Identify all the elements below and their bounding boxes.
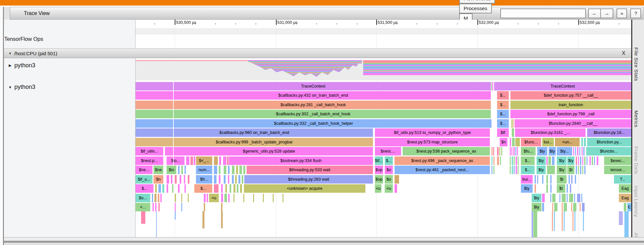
trace-event-sliver[interactable] — [513, 147, 515, 155]
trace-event-sliver[interactable] — [167, 184, 168, 193]
trace-event-sliver[interactable] — [175, 175, 177, 184]
trace-event-bar[interactable]: bui... — [542, 138, 554, 146]
trace-event-sliver[interactable] — [214, 166, 217, 174]
trace-event-sliver[interactable] — [512, 156, 513, 165]
trace-event-sliver[interactable] — [185, 184, 186, 193]
trace-event-bar[interactable]: <... — [136, 203, 150, 211]
trace-event-bar[interactable]: $nest.... — [375, 147, 401, 155]
trace-event-sliver[interactable] — [202, 211, 204, 228]
trace-event-sliver[interactable] — [515, 138, 520, 146]
trace-event-sliver[interactable] — [232, 175, 234, 184]
trace-event-bar[interactable]: $callbacks.py:332 _call_batch_hook_helpe… — [136, 119, 491, 128]
trace-event-bar[interactable]: $... — [521, 156, 535, 165]
trace-event-bar[interactable]: $tf_u... — [136, 175, 153, 184]
trace-event-sliver[interactable] — [181, 203, 182, 211]
trace-event-bar[interactable]: $ty... — [557, 147, 572, 155]
trace-event-bar[interactable]: $callbacks.py:999 _batch_update_progbar — [136, 138, 373, 146]
trace-event-sliver[interactable] — [243, 194, 244, 202]
trace-event-sliver[interactable] — [233, 184, 235, 193]
trace-event-sliver[interactable] — [167, 175, 169, 184]
collapse-caret-icon[interactable]: ▼ — [6, 85, 14, 89]
trace-event-sliver[interactable] — [582, 166, 583, 174]
trace-event-bar[interactable]: $nest.py:536 pack_sequence_as — [403, 147, 490, 155]
trace-event-sliver[interactable] — [225, 184, 227, 193]
trace-event-sliver[interactable] — [228, 194, 230, 202]
trace-event-bar[interactable]: $... — [497, 91, 509, 100]
trace-event-sliver[interactable] — [562, 194, 566, 202]
trace-event-bar[interactable]: $ty — [557, 166, 567, 174]
trace-event-bar[interactable]: $functio... — [586, 147, 631, 155]
thread-row-python3-expanded[interactable]: ▼ python3 — [6, 84, 35, 90]
trace-event-sliver[interactable] — [501, 147, 502, 155]
trace-event-bar[interactable]: $threading.py:533 wait — [247, 166, 373, 174]
trace-event-sliver[interactable] — [207, 194, 208, 202]
trace-event-bar[interactable]: $t — [557, 184, 565, 193]
trace-event-bar[interactable]: $nest.py:573 map_structure — [375, 138, 490, 146]
trace-event-sliver[interactable] — [554, 211, 555, 231]
trace-event-sliver[interactable] — [492, 82, 493, 90]
trace-event-sliver[interactable] — [624, 203, 626, 211]
trace-event-bar[interactable]: $o... — [136, 194, 150, 202]
trace-event-sliver[interactable] — [175, 194, 176, 202]
trace-event-bar[interactable]: $ty — [567, 156, 574, 165]
trace-event-sliver[interactable] — [235, 175, 237, 184]
trace-event-bar[interactable]: $... — [385, 156, 393, 165]
trace-event-sliver[interactable] — [518, 166, 519, 174]
trace-event-bar[interactable]: $... — [521, 166, 535, 174]
trace-event-bar[interactable]: $callbacks.py:302 _call_batch_end_hook — [136, 110, 491, 118]
trace-event-bar[interactable]: $ne — [153, 166, 163, 174]
trace-event-sliver[interactable] — [567, 184, 568, 193]
trace-event-sliver[interactable] — [584, 138, 586, 146]
device-header-row[interactable]: ▾ /host:CPU (pid 501) X — [4, 48, 631, 58]
trace-event-bar[interactable]: tensor... — [604, 166, 631, 174]
trace-event-sliver[interactable] — [575, 175, 576, 184]
trace-event-sliver[interactable] — [188, 175, 189, 184]
trace-event-sliver[interactable] — [204, 203, 205, 211]
trace-event-sliver[interactable] — [580, 166, 581, 174]
trace-event-bar[interactable]: $... — [497, 101, 509, 109]
trace-event-bar[interactable]: $ty — [537, 156, 546, 165]
help-button[interactable]: ? — [630, 8, 641, 18]
trace-event-sliver[interactable] — [582, 147, 583, 155]
trace-event-sliver[interactable] — [240, 184, 242, 193]
trace-event-sliver[interactable] — [578, 166, 579, 174]
trace-event-sliver[interactable] — [537, 175, 538, 184]
trace-event-sliver[interactable] — [510, 156, 511, 165]
trace-event-sliver[interactable] — [535, 175, 536, 184]
trace-event-sliver[interactable] — [567, 194, 568, 202]
trace-event-sliver[interactable] — [175, 203, 176, 211]
trace-event-sliver[interactable] — [282, 194, 283, 202]
trace-event-sliver[interactable] — [178, 184, 180, 193]
trace-event-sliver[interactable] — [583, 147, 585, 155]
trace-event-sliver[interactable] — [582, 156, 583, 165]
trace-event-sliver[interactable] — [574, 211, 575, 231]
trace-event-bar[interactable]: $function.py... — [587, 138, 631, 146]
trace-event-sliver[interactable] — [512, 138, 515, 146]
trace-event-sliver[interactable] — [155, 203, 156, 211]
trace-event-sliver[interactable] — [171, 175, 172, 184]
trace-event-sliver[interactable] — [582, 203, 585, 211]
trace-event-sliver[interactable] — [552, 211, 553, 231]
trace-event-sliver[interactable] — [152, 194, 153, 202]
trace-event-bar[interactable]: Eag — [619, 194, 631, 202]
trace-event-bar[interactable]: $tf_utils... — [136, 147, 163, 155]
trace-event-sliver[interactable] — [542, 194, 545, 202]
trace-event-sliver[interactable] — [542, 175, 543, 184]
trace-event-sliver[interactable] — [579, 147, 580, 155]
trace-event-bar[interactable]: <unknown> acquire — [244, 184, 365, 193]
trace-event-sliver[interactable] — [493, 147, 494, 155]
trace-event-sliver[interactable] — [156, 211, 157, 237]
trace-event-sliver[interactable] — [194, 156, 195, 165]
trace-event-bar[interactable]: $<_... — [196, 156, 212, 165]
trace-event-sliver[interactable] — [242, 175, 243, 184]
trace-event-sliver[interactable] — [273, 194, 274, 202]
trace-event-bar[interactable]: $exec... — [604, 156, 631, 165]
trace-event-sliver[interactable] — [253, 194, 254, 202]
trace-event-sliver[interactable] — [155, 184, 157, 193]
trace-event-sliver[interactable] — [224, 194, 227, 202]
trace-event-sliver[interactable] — [573, 203, 576, 211]
trace-event-sliver[interactable] — [577, 147, 578, 155]
expand-button[interactable]: » — [617, 8, 627, 18]
trace-event-sliver[interactable] — [263, 194, 264, 202]
trace-event-bar[interactable]: $generic_utils.py:528 update — [165, 147, 373, 155]
